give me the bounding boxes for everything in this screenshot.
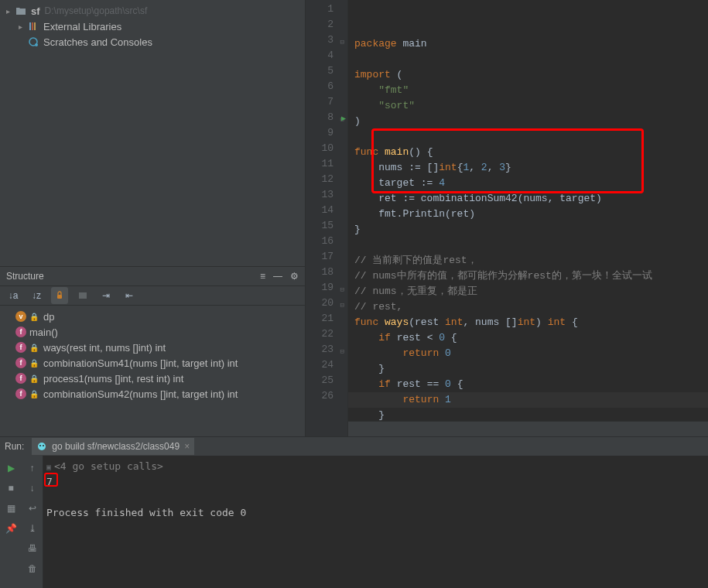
- autoscroll-from-icon[interactable]: ⇤: [121, 287, 138, 304]
- down-icon[interactable]: ↓: [25, 480, 40, 496]
- structure-item[interactable]: f🔒ways(rest int, nums []int) int: [0, 340, 305, 355]
- clear-icon[interactable]: 🗑: [25, 561, 40, 576]
- run-panel-label: Run:: [5, 441, 24, 452]
- structure-item[interactable]: v🔒dp: [0, 309, 305, 324]
- chevron-right-icon[interactable]: ▸: [15, 22, 25, 31]
- code-area[interactable]: package main import ( "fmt" "sort") func…: [348, 0, 708, 436]
- code-line[interactable]: if rest == 0 {: [348, 377, 708, 392]
- line-number[interactable]: 22: [306, 326, 347, 342]
- run-tools-left2: ↑ ↓ ↩ ⤓ 🖶 🗑: [22, 456, 43, 588]
- show-private-icon[interactable]: [51, 287, 68, 304]
- line-number[interactable]: 6: [306, 79, 347, 94]
- line-number[interactable]: 16: [306, 234, 347, 249]
- structure-list: v🔒dpfmain()f🔒ways(rest int, nums []int) …: [0, 306, 305, 405]
- autoscroll-source-icon[interactable]: ⇥: [97, 287, 115, 304]
- editor-breadcrumb[interactable]: ways(rest int, nums []int) int: [348, 421, 708, 436]
- line-number[interactable]: 4: [306, 48, 347, 63]
- rerun-icon[interactable]: ▶: [3, 460, 19, 476]
- code-line[interactable]: package main: [348, 36, 708, 52]
- code-line[interactable]: ): [348, 114, 708, 129]
- line-number[interactable]: 21: [306, 311, 347, 326]
- code-line[interactable]: "sort": [348, 98, 708, 114]
- collapse-icon[interactable]: ≡: [260, 271, 265, 282]
- sort-visibility-icon[interactable]: ↓z: [28, 287, 45, 304]
- code-line[interactable]: func main() {: [348, 145, 708, 160]
- line-number[interactable]: 7: [306, 94, 347, 110]
- close-icon[interactable]: ×: [184, 441, 190, 452]
- line-number[interactable]: 23: [306, 342, 347, 357]
- line-number[interactable]: 5: [306, 63, 347, 79]
- code-line[interactable]: [348, 52, 708, 67]
- function-icon: f: [15, 388, 26, 399]
- line-number[interactable]: 8: [306, 110, 347, 125]
- structure-item[interactable]: f🔒combinationSum41(nums []int, target in…: [0, 355, 305, 371]
- code-line[interactable]: }: [348, 361, 708, 377]
- structure-item-label: combinationSum42(nums []int, target int)…: [43, 388, 238, 400]
- sort-alpha-icon[interactable]: ↓a: [5, 287, 22, 304]
- minimize-icon[interactable]: —: [273, 271, 282, 282]
- code-line[interactable]: // nums，无重复，都是正: [348, 284, 708, 299]
- code-line[interactable]: func ways(rest int, nums []int) int {: [348, 315, 708, 330]
- line-number[interactable]: 10: [306, 141, 347, 156]
- line-number[interactable]: 18: [306, 265, 347, 280]
- line-number[interactable]: 25: [306, 373, 347, 388]
- code-line[interactable]: // 当前剩下的值是rest，: [348, 253, 708, 268]
- code-line[interactable]: ret := combinationSum42(nums, target): [348, 191, 708, 207]
- show-fields-icon[interactable]: [74, 287, 91, 304]
- expand-icon[interactable]: ▣: [46, 463, 51, 471]
- code-line[interactable]: return 0: [348, 346, 708, 361]
- function-icon: f: [15, 357, 26, 368]
- code-line[interactable]: return 1: [348, 392, 708, 408]
- run-tab[interactable]: go build sf/newclass2/class049 ×: [32, 438, 194, 455]
- code-line[interactable]: import (: [348, 67, 708, 83]
- line-number[interactable]: 13: [306, 187, 347, 203]
- chevron-right-icon[interactable]: ▸: [3, 7, 12, 15]
- code-editor[interactable]: 1234567891011121314151617181920212223242…: [306, 0, 708, 436]
- line-number[interactable]: 12: [306, 172, 347, 187]
- pin-icon[interactable]: 📌: [3, 521, 19, 536]
- code-line[interactable]: "fmt": [348, 83, 708, 98]
- svg-point-4: [35, 43, 38, 46]
- soft-wrap-icon[interactable]: ↩: [25, 501, 40, 516]
- lock-icon: 🔒: [29, 344, 39, 352]
- code-line[interactable]: // rest,: [348, 299, 708, 315]
- line-number[interactable]: 20: [306, 296, 347, 311]
- line-number[interactable]: 3: [306, 32, 347, 48]
- gear-icon[interactable]: ⚙: [290, 271, 299, 282]
- project-root[interactable]: ▸ sf D:\mysetup\gopath\src\sf: [0, 3, 305, 19]
- structure-item[interactable]: f🔒combinationSum42(nums []int, target in…: [0, 386, 305, 402]
- print-icon[interactable]: 🖶: [25, 541, 40, 556]
- scratches-consoles[interactable]: Scratches and Consoles: [0, 34, 305, 50]
- line-number[interactable]: 26: [306, 388, 347, 404]
- line-number[interactable]: 17: [306, 249, 347, 265]
- line-number[interactable]: 19: [306, 280, 347, 296]
- project-tree[interactable]: ▸ sf D:\mysetup\gopath\src\sf ▸ External…: [0, 0, 305, 266]
- stop-icon[interactable]: ■: [3, 480, 19, 496]
- line-number[interactable]: 11: [306, 156, 347, 172]
- code-line[interactable]: [348, 129, 708, 145]
- line-number[interactable]: 15: [306, 218, 347, 234]
- line-number[interactable]: 14: [306, 203, 347, 218]
- structure-item[interactable]: fmain(): [0, 324, 305, 340]
- code-line[interactable]: [348, 238, 708, 253]
- structure-panel: Structure ≡ — ⚙ ↓a ↓z ⇥ ⇤ v🔒dpfmain()f🔒w…: [0, 266, 305, 436]
- line-number[interactable]: 2: [306, 17, 347, 32]
- external-libraries[interactable]: ▸ External Libraries: [0, 19, 305, 34]
- structure-item[interactable]: f🔒process1(nums []int, rest int) int: [0, 371, 305, 386]
- code-line[interactable]: if rest < 0 {: [348, 330, 708, 346]
- structure-item-label: process1(nums []int, rest int) int: [43, 373, 183, 385]
- line-number[interactable]: 1: [306, 2, 347, 17]
- code-line[interactable]: nums := []int{1, 2, 3}: [348, 160, 708, 176]
- code-line[interactable]: // nums中所有的值，都可能作为分解rest的，第一块！全试一试: [348, 268, 708, 284]
- layout-icon[interactable]: ▦: [3, 501, 19, 516]
- up-icon[interactable]: ↑: [25, 460, 40, 476]
- editor-gutter[interactable]: 1234567891011121314151617181920212223242…: [306, 0, 348, 436]
- code-line[interactable]: target := 4: [348, 176, 708, 191]
- structure-item-label: dp: [43, 311, 54, 323]
- line-number[interactable]: 9: [306, 125, 347, 141]
- code-line[interactable]: fmt.Println(ret): [348, 207, 708, 222]
- scroll-end-icon[interactable]: ⤓: [25, 521, 40, 536]
- line-number[interactable]: 24: [306, 357, 347, 373]
- code-line[interactable]: }: [348, 222, 708, 238]
- console-output[interactable]: ▣<4 go setup calls> 7 Process finished w…: [43, 456, 708, 588]
